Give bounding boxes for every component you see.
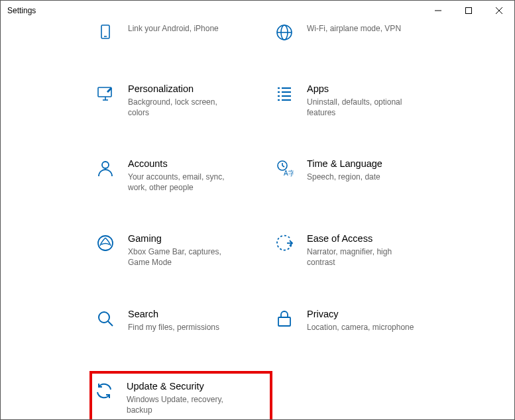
item-label: Search [128, 308, 271, 321]
item-label: Personalization [128, 83, 271, 95]
item-desc: Location, camera, microphone [307, 322, 420, 333]
item-desc: Link your Android, iPhone [128, 23, 241, 34]
settings-content: Link your Android, iPhone Wi-Fi, airplan… [1, 21, 514, 420]
item-desc: Background, lock screen, colors [128, 97, 241, 118]
item-desc: Find my files, permissions [128, 322, 241, 333]
svg-rect-1 [466, 8, 472, 14]
item-desc: Windows Update, recovery, backup [127, 394, 239, 415]
globe-icon [274, 22, 295, 43]
item-desc: Xbox Game Bar, captures, Game Mode [128, 246, 241, 268]
settings-item-time-language[interactable]: A字 Time & Language Speech, region, date [272, 156, 451, 194]
settings-item-search[interactable]: Search Find my files, permissions [93, 307, 272, 334]
titlebar: Settings [1, 1, 514, 21]
settings-item-personalization[interactable]: Personalization Background, lock screen,… [93, 81, 272, 119]
phone-icon [95, 22, 116, 43]
item-label: Update & Security [127, 380, 266, 393]
item-label: Accounts [128, 158, 271, 170]
svg-text:A字: A字 [284, 170, 294, 177]
svg-line-23 [282, 166, 284, 167]
accounts-icon [95, 158, 116, 179]
close-button[interactable] [484, 1, 514, 21]
item-desc: Your accounts, email, sync, work, other … [128, 172, 241, 193]
item-label: Time & Language [307, 158, 450, 170]
privacy-icon [274, 308, 295, 329]
maximize-button[interactable] [453, 1, 484, 21]
svg-point-27 [99, 312, 109, 323]
settings-item-privacy[interactable]: Privacy Location, camera, microphone [272, 307, 451, 334]
settings-item-gaming[interactable]: Gaming Xbox Game Bar, captures, Game Mod… [93, 231, 272, 269]
minimize-button[interactable] [423, 1, 453, 21]
update-security-icon [93, 380, 115, 401]
item-label: Privacy [307, 308, 450, 321]
time-language-icon: A字 [274, 158, 295, 179]
item-desc: Speech, region, date [307, 172, 420, 182]
svg-rect-29 [278, 317, 290, 326]
item-label: Ease of Access [307, 233, 450, 245]
item-desc: Narrator, magnifier, high contrast [307, 246, 420, 268]
personalization-icon [95, 83, 116, 104]
search-icon [95, 308, 116, 329]
item-desc: Wi-Fi, airplane mode, VPN [307, 23, 420, 34]
settings-item-apps[interactable]: Apps Uninstall, defaults, optional featu… [272, 81, 451, 119]
window-title: Settings [7, 6, 36, 15]
item-desc: Uninstall, defaults, optional features [307, 97, 420, 118]
svg-point-20 [102, 162, 109, 168]
settings-item-network[interactable]: Wi-Fi, airplane mode, VPN [272, 21, 451, 44]
settings-item-accounts[interactable]: Accounts Your accounts, email, sync, wor… [93, 156, 272, 194]
apps-icon [274, 83, 295, 104]
settings-item-update-security[interactable]: Update & Security Windows Update, recove… [89, 371, 272, 420]
settings-item-ease-of-access[interactable]: Ease of Access Narrator, magnifier, high… [272, 231, 451, 269]
gaming-icon [95, 233, 116, 254]
svg-line-28 [108, 321, 113, 326]
item-label: Apps [307, 83, 450, 95]
ease-of-access-icon [274, 233, 295, 254]
item-label: Gaming [128, 233, 271, 245]
settings-item-phone[interactable]: Link your Android, iPhone [93, 21, 272, 44]
